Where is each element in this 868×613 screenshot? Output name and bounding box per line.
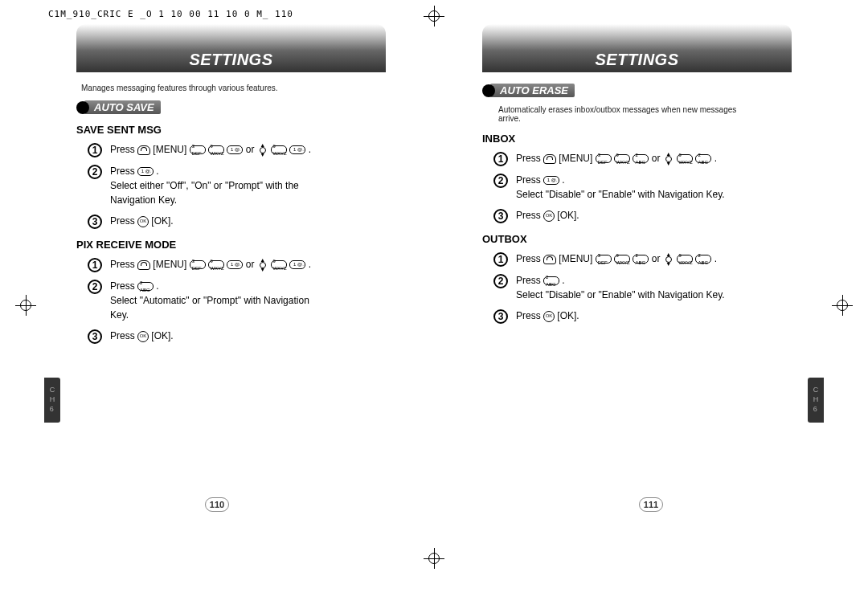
step-number: 1 [88, 143, 102, 157]
step-number: 1 [493, 152, 508, 166]
section-label: Auto Save [84, 100, 161, 114]
step-number: 3 [493, 209, 508, 223]
key-2-icon: 2 ABC [695, 255, 711, 264]
left-soft-key-icon [137, 260, 150, 270]
step-number: 3 [88, 215, 102, 229]
key-2-icon: 2 ABC [137, 282, 154, 291]
key-2-icon: 2 ABC [695, 154, 711, 163]
step-text: Press [MENU] 3 DEF 9 WXYZ 1 @. or ▲▼ 9 W… [110, 257, 319, 272]
key-9-icon: 9 WXYZ [677, 255, 693, 264]
ok-key-icon: OK [137, 331, 149, 342]
page-right: Settings Auto Erase Automatically erases… [434, 24, 868, 613]
bullet-icon [482, 84, 495, 97]
step-text: Press [MENU] 3 DEF 9 WXYZ 2 ABC or ▲▼ 9 … [516, 251, 725, 266]
nav-key-icon: ▲▼ [663, 253, 674, 266]
page-header-left: Settings [76, 24, 386, 72]
nav-key-icon: ▲▼ [257, 259, 268, 272]
key-3-icon: 3 DEF [190, 145, 206, 154]
key-9-icon: 9 WXYZ [271, 260, 287, 269]
subheading-outbox: OUTBOX [482, 233, 792, 245]
step-number: 1 [88, 258, 102, 272]
step-text: Press 1 @. . Select "Disable" or "Enable… [516, 173, 725, 202]
step-number: 1 [493, 252, 508, 267]
key-1-icon: 1 @. [227, 145, 243, 154]
key-2-icon: 2 ABC [633, 154, 649, 163]
page-number: 111 [639, 497, 663, 512]
chapter-tab: C H 6 [44, 378, 60, 423]
step-number: 3 [88, 329, 102, 344]
step-number: 2 [88, 280, 102, 294]
step-text: Press 2 ABC . Select "Disable" or "Enabl… [516, 273, 725, 302]
left-soft-key-icon [137, 145, 150, 155]
section-label: Auto Erase [490, 84, 575, 97]
step-row: 2 Press 2 ABC . Select "Automatic" or "P… [88, 279, 386, 322]
key-9-icon: 9 WXYZ [614, 255, 630, 264]
step-text: Press [MENU] 3 DEF 9 WXYZ 1 @. or ▲▼ 9 W… [110, 142, 319, 157]
key-9-icon: 9 WXYZ [208, 145, 224, 154]
nav-key-icon: ▲▼ [663, 153, 674, 166]
page-header-right: Settings [482, 24, 792, 72]
chapter-tab: C H 6 [808, 378, 824, 423]
step-text: Press 2 ABC . Select "Automatic" or "Pro… [110, 279, 319, 322]
key-1-icon: 1 @. [227, 260, 243, 269]
step-row: 3 Press OK [OK]. [88, 214, 386, 229]
step-text: Press OK [OK]. [110, 329, 319, 343]
step-row: 1 Press [MENU] 3 DEF 9 WXYZ 2 ABC or ▲▼ … [493, 151, 792, 166]
step-row: 1 Press [MENU] 3 DEF 9 WXYZ 1 @. or ▲▼ 9… [88, 142, 386, 157]
left-soft-key-icon [543, 154, 556, 164]
key-9-icon: 9 WXYZ [677, 154, 693, 163]
intro-text: Automatically erases inbox/outbox messag… [498, 105, 755, 123]
key-2-icon: 2 ABC [543, 276, 559, 285]
step-row: 3 Press OK [OK]. [493, 208, 792, 223]
page-number: 110 [205, 497, 229, 512]
step-number: 2 [493, 174, 508, 188]
subheading-save-sent: SAVE SENT MSG [76, 124, 386, 136]
step-row: 2 Press 1 @. . Select "Disable" or "Enab… [493, 173, 792, 202]
nav-key-icon: ▲▼ [257, 144, 268, 157]
page-title: Settings [189, 51, 272, 69]
key-9-icon: 9 WXYZ [614, 154, 630, 163]
page-left: Settings Manages messaging features thro… [0, 24, 434, 613]
step-number: 2 [88, 165, 102, 179]
intro-text: Manages messaging features through vario… [81, 84, 386, 92]
key-1-icon: 1 @. [289, 260, 305, 269]
ok-key-icon: OK [543, 311, 555, 322]
key-1-icon: 1 @. [543, 176, 559, 185]
step-text: Press OK [OK]. [110, 214, 319, 228]
key-1-icon: 1 @. [289, 145, 305, 154]
key-3-icon: 3 DEF [596, 154, 612, 163]
section-auto-erase: Auto Erase [482, 84, 792, 97]
step-text: Press OK [OK]. [516, 309, 725, 323]
ok-key-icon: OK [543, 210, 555, 222]
ok-key-icon: OK [137, 216, 149, 227]
step-row: 1 Press [MENU] 3 DEF 9 WXYZ 2 ABC or ▲▼ … [493, 251, 792, 267]
key-2-icon: 2 ABC [633, 255, 649, 264]
step-text: Press 1 @. . Select either "Off", "On" o… [110, 164, 319, 207]
step-text: Press [MENU] 3 DEF 9 WXYZ 2 ABC or ▲▼ 9 … [516, 151, 725, 166]
key-9-icon: 9 WXYZ [208, 260, 224, 269]
subheading-pix-receive: PIX RECEIVE MODE [76, 239, 386, 251]
key-1-icon: 1 @. [137, 167, 154, 176]
key-3-icon: 3 DEF [190, 260, 206, 269]
print-header-line: C1M_910_CRIC E _O 1 10 00 11 10 0 M_ 110 [48, 9, 293, 19]
key-9-icon: 9 WXYZ [271, 145, 287, 154]
step-row: 1 Press [MENU] 3 DEF 9 WXYZ 1 @. or ▲▼ 9… [88, 257, 386, 272]
section-auto-save: Auto Save [76, 100, 386, 114]
subheading-inbox: INBOX [482, 133, 792, 145]
step-number: 3 [493, 309, 508, 324]
registration-mark-top [426, 8, 442, 24]
step-row: 2 Press 1 @. . Select either "Off", "On"… [88, 164, 386, 207]
step-number: 2 [493, 274, 508, 288]
step-row: 2 Press 2 ABC . Select "Disable" or "Ena… [493, 273, 792, 302]
step-text: Press OK [OK]. [516, 208, 725, 223]
left-soft-key-icon [543, 255, 556, 264]
bullet-icon [76, 101, 89, 114]
key-3-icon: 3 DEF [596, 255, 612, 264]
step-row: 3 Press OK [OK]. [493, 309, 792, 324]
page-title: Settings [595, 51, 678, 69]
step-row: 3 Press OK [OK]. [88, 329, 386, 344]
